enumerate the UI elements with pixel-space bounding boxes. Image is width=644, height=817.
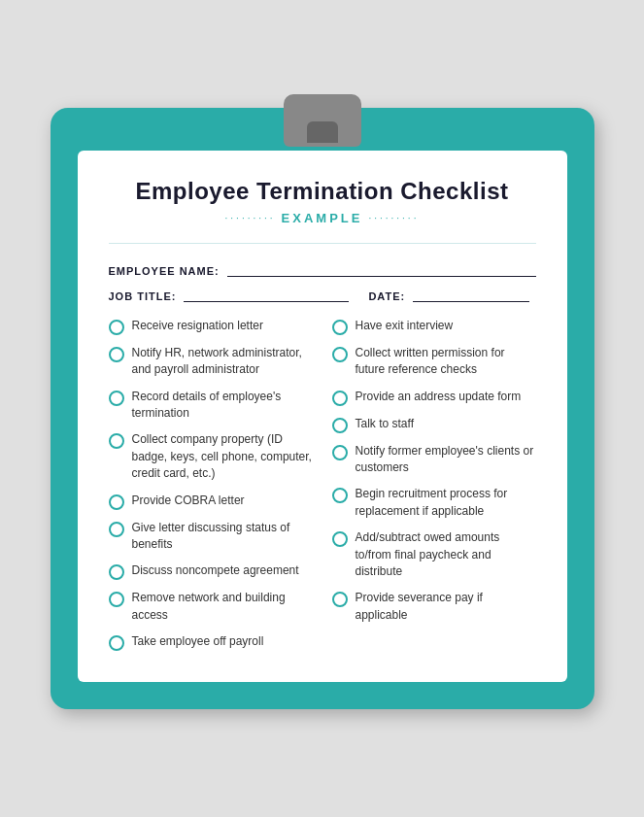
check-item-text: Notify HR, network administrator, and pa… (132, 345, 313, 379)
clipboard: Employee Termination Checklist ·········… (51, 108, 594, 709)
list-item: Notify former employee's clients or cust… (332, 443, 536, 477)
list-item: Have exit interview (332, 318, 536, 335)
list-item: Discuss noncompete agreement (109, 562, 313, 580)
clip-hole (307, 121, 338, 143)
checkbox-circle[interactable] (332, 445, 348, 460)
list-item: Remove network and building access (109, 590, 313, 624)
check-item-text: Add/subtract owed amounts to/from final … (356, 529, 536, 580)
check-item-text: Provide COBRA letter (132, 493, 245, 509)
dots-left: ········· (225, 213, 276, 223)
list-item: Talk to staff (332, 416, 536, 433)
checkbox-circle[interactable] (332, 488, 348, 503)
fields-section: EMPLOYEE NAME: JOB TITLE: DATE: (109, 261, 536, 302)
checkbox-circle[interactable] (109, 391, 124, 406)
check-item-text: Provide severance pay if applicable (356, 590, 536, 624)
checkbox-circle[interactable] (109, 494, 124, 510)
check-item-text: Remove network and building access (132, 590, 313, 624)
checkbox-circle[interactable] (332, 347, 348, 362)
left-column: Receive resignation letter Notify HR, ne… (109, 318, 313, 651)
checkbox-circle[interactable] (332, 592, 348, 607)
list-item: Take employee off payroll (109, 633, 313, 651)
right-column: Have exit interview Collect written perm… (332, 318, 536, 651)
check-item-text: Collect written permission for future re… (356, 345, 536, 379)
check-item-text: Notify former employee's clients or cust… (356, 443, 536, 477)
checkbox-circle[interactable] (332, 391, 348, 406)
checkbox-circle[interactable] (109, 522, 124, 537)
employee-name-label: EMPLOYEE NAME: (109, 265, 220, 277)
paper: Employee Termination Checklist ·········… (78, 151, 567, 682)
list-item: Give letter discussing status of benefit… (109, 520, 313, 554)
list-item: Notify HR, network administrator, and pa… (109, 345, 313, 379)
subtitle: EXAMPLE (282, 211, 363, 225)
job-title-label: JOB TITLE: (109, 290, 177, 302)
check-item-text: Receive resignation letter (132, 318, 263, 334)
job-date-row: JOB TITLE: DATE: (109, 287, 536, 302)
list-item: Provide COBRA letter (109, 493, 313, 510)
date-label: DATE: (368, 290, 405, 302)
list-item: Collect company property (ID badge, keys… (109, 431, 313, 482)
checkbox-circle[interactable] (332, 531, 348, 547)
check-item-text: Provide an address update form (356, 389, 522, 405)
check-item-text: Have exit interview (356, 318, 454, 334)
checkbox-circle[interactable] (332, 418, 348, 433)
check-item-text: Record details of employee's termination (132, 389, 313, 423)
check-item-text: Discuss noncompete agreement (132, 562, 299, 579)
job-title-group: JOB TITLE: (109, 287, 350, 302)
checkbox-circle[interactable] (109, 433, 124, 449)
dots-right: ········· (368, 213, 419, 223)
checklist: Receive resignation letter Notify HR, ne… (109, 318, 536, 651)
checkbox-circle[interactable] (109, 592, 124, 607)
checkbox-circle[interactable] (332, 320, 348, 335)
date-input[interactable] (413, 287, 529, 302)
job-title-input[interactable] (184, 287, 349, 302)
list-item: Collect written permission for future re… (332, 345, 536, 379)
list-item: Provide severance pay if applicable (332, 590, 536, 624)
list-item: Receive resignation letter (109, 318, 313, 335)
check-item-text: Collect company property (ID badge, keys… (132, 431, 313, 482)
clipboard-clip (284, 94, 361, 147)
list-item: Begin recruitment process for replacemen… (332, 486, 536, 520)
checkbox-circle[interactable] (109, 635, 124, 651)
checkbox-circle[interactable] (109, 564, 124, 580)
list-item: Provide an address update form (332, 389, 536, 406)
list-item: Record details of employee's termination (109, 389, 313, 423)
list-item: Add/subtract owed amounts to/from final … (332, 529, 536, 580)
employee-name-row: EMPLOYEE NAME: (109, 261, 536, 277)
subtitle-row: ········· EXAMPLE ········· (109, 211, 536, 225)
page-title: Employee Termination Checklist (109, 178, 536, 205)
divider (109, 243, 536, 244)
check-item-text: Begin recruitment process for replacemen… (356, 486, 536, 520)
check-item-text: Take employee off payroll (132, 633, 264, 650)
checkbox-circle[interactable] (109, 347, 124, 362)
check-item-text: Give letter discussing status of benefit… (132, 520, 313, 554)
checkbox-circle[interactable] (109, 320, 124, 335)
check-item-text: Talk to staff (356, 416, 414, 432)
employee-name-input[interactable] (227, 261, 536, 277)
date-group: DATE: (368, 287, 529, 302)
